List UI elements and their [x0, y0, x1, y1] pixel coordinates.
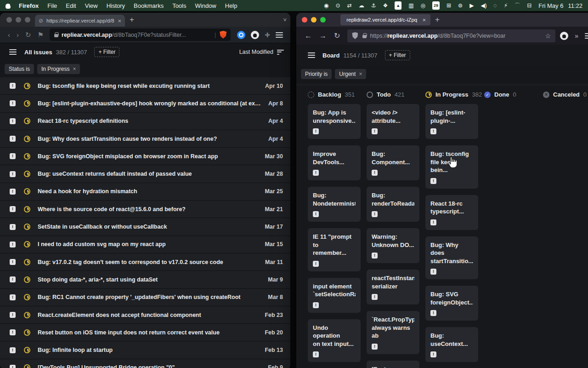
issue-row[interactable]: !Bug: Infinite loop at startupFeb 13 — [0, 341, 290, 359]
tab-search-chevron-icon[interactable]: ˅ — [283, 17, 287, 23]
onepassword-extension-icon[interactable] — [237, 31, 245, 39]
menu-help[interactable]: Help — [225, 2, 237, 9]
issue-row[interactable]: !React 18-rc typescript definitionsApr 4 — [0, 113, 290, 130]
issue-card[interactable]: `React.PropType always warns ab! — [367, 311, 419, 354]
issue-card[interactable]: input element `setSelectionRa! — [308, 278, 361, 313]
issue-card[interactable]: Bug: useContext...! — [425, 327, 478, 362]
new-tab-button[interactable]: + — [130, 15, 134, 24]
issue-card[interactable]: [Feature request] expo...! — [367, 361, 419, 368]
filter-chip[interactable]: In Progress× — [37, 64, 80, 74]
close-window-button[interactable] — [302, 17, 307, 23]
urgent-priority-icon[interactable]: ! — [10, 294, 16, 300]
issue-row[interactable]: !Stop doing data-*, aria-*, start using … — [0, 271, 290, 288]
browser-tab[interactable]: ⊘ https://repliear.vercel.app/d/8b × — [35, 15, 125, 27]
issue-card[interactable]: Bug: [eslint- plugin-...! — [425, 104, 478, 139]
sidebar-menu-icon[interactable] — [308, 51, 315, 59]
issue-row[interactable]: !Where is the source code of react@15.6.… — [0, 201, 290, 218]
issue-card[interactable]: Warning: Unknown DO...! — [367, 228, 419, 263]
menu-tools[interactable]: Tools — [172, 2, 186, 9]
issue-card[interactable]: Undo operation on text input...! — [308, 319, 361, 362]
address-bar[interactable]: repliear.vercel.app /d/8bTaoq7F0e?status… — [50, 29, 231, 41]
urgent-priority-icon[interactable]: ! — [10, 83, 16, 89]
urgent-priority-icon[interactable]: ! — [10, 242, 16, 247]
tracking-protection-shield-icon[interactable] — [352, 32, 358, 39]
bookmark-icon[interactable]: ⚑ — [38, 31, 44, 39]
menu-file[interactable]: File — [47, 2, 57, 9]
issue-card[interactable]: Bug: SVG foreignObject...! — [425, 286, 478, 321]
filter-chip[interactable]: Priority is — [301, 69, 332, 79]
onepassword-icon[interactable]: ◎ — [421, 2, 425, 9]
menu-window[interactable]: Window — [195, 2, 216, 9]
urgent-priority-icon[interactable]: ! — [10, 276, 16, 282]
issue-card[interactable]: React 18-rc typescript...! — [425, 195, 478, 230]
urgent-priority-icon[interactable]: ! — [10, 329, 16, 335]
menu-bookmarks[interactable]: Bookmarks — [134, 2, 164, 9]
issue-card[interactable]: reactTestInstanc serializer! — [367, 270, 419, 305]
issue-row[interactable]: !Bug: v17.0.2 tag doesn't seem to corres… — [0, 253, 290, 271]
brave-shield-icon[interactable] — [220, 31, 226, 39]
zoom-window-button[interactable] — [25, 17, 30, 23]
minimize-window-button[interactable] — [311, 17, 317, 23]
issue-card[interactable]: Bug: renderToReadab! — [367, 187, 419, 222]
columns-icon[interactable]: ▥ — [408, 2, 413, 9]
issue-row[interactable]: !Bug: Why does startTransition cause two… — [0, 130, 290, 148]
issue-row[interactable]: ![DevTools Bug] Unsupported Bridge opera… — [0, 359, 290, 368]
urgent-priority-icon[interactable]: ! — [10, 206, 16, 212]
issue-card[interactable]: Bug: Component...! — [367, 145, 419, 180]
issue-row[interactable]: !I need to add custom svg map on my reac… — [0, 236, 290, 253]
issue-row[interactable]: !React.createElement does not accept fun… — [0, 306, 290, 324]
filter-chip[interactable]: Status is — [5, 64, 34, 74]
remove-filter-icon[interactable]: × — [359, 71, 362, 77]
issue-row[interactable]: !Bug: [eslint-plugin-exhaustive-deps] ho… — [0, 95, 290, 112]
browser-menu-icon[interactable] — [276, 31, 283, 39]
sync-icon[interactable]: ⇄ — [347, 2, 352, 9]
issue-row[interactable]: !SetState in useCallback or without useC… — [0, 218, 290, 236]
urgent-priority-icon[interactable]: ! — [10, 312, 16, 318]
issue-card[interactable]: <video /> attribute...! — [367, 104, 419, 139]
user-switch-icon[interactable]: ⊟ — [527, 2, 531, 9]
assistant-icon[interactable]: ◌ — [494, 2, 497, 9]
issue-row[interactable]: !Reset button on iOS time input does not… — [0, 324, 290, 341]
issue-row[interactable]: !Bug: useContext returns default instead… — [0, 165, 290, 183]
menu-view[interactable]: View — [85, 2, 98, 9]
issue-card[interactable]: Bug: Why does startTransitio...! — [425, 236, 478, 280]
urgent-priority-icon[interactable]: ! — [10, 171, 16, 177]
issue-card[interactable]: Improve DevTools...! — [308, 145, 361, 180]
add-filter-button[interactable]: + Filter — [385, 50, 410, 60]
issue-row[interactable]: !Bug: tsconfig file keep being reset whi… — [0, 77, 290, 95]
screen-record-icon[interactable]: ◉ — [324, 2, 328, 9]
close-window-button[interactable] — [6, 17, 12, 23]
sort-control[interactable]: Last Modified — [239, 48, 284, 56]
new-tab-button[interactable]: + — [435, 15, 440, 24]
urgent-priority-icon[interactable]: ! — [10, 347, 16, 353]
reload-icon[interactable]: ↻ — [334, 31, 340, 40]
urgent-priority-icon[interactable]: ! — [10, 118, 16, 124]
apple-menu-icon[interactable] — [6, 2, 11, 9]
battery-icon[interactable]: ⚡ — [504, 2, 508, 9]
overflow-menu-icon[interactable]: » — [575, 32, 578, 40]
urgent-priority-icon[interactable]: ! — [10, 100, 16, 106]
menu-history[interactable]: History — [107, 2, 125, 9]
forward-icon[interactable]: → — [319, 32, 327, 40]
github-extension-icon[interactable] — [251, 31, 259, 39]
cloud-icon[interactable]: ☁ — [359, 2, 364, 9]
zoom-window-button[interactable] — [320, 17, 326, 23]
forward-icon[interactable]: › — [17, 31, 19, 39]
play-icon[interactable]: ▶ — [469, 2, 474, 9]
close-tab-icon[interactable]: × — [422, 17, 426, 23]
issue-card[interactable]: Bug: App is unresponsive...! — [308, 104, 361, 139]
menu-bar-clock[interactable]: Fri May 6 11:22 — [538, 2, 582, 9]
sidebar-menu-icon[interactable] — [9, 48, 17, 56]
filter-chip[interactable]: Urgent× — [335, 69, 366, 79]
urgent-priority-icon[interactable]: ! — [10, 224, 16, 230]
extensions-puzzle-icon[interactable]: ✚ — [265, 31, 270, 39]
camera-icon[interactable]: ⊙ — [336, 2, 340, 9]
reload-icon[interactable]: ↻ — [25, 31, 31, 39]
issue-card[interactable]: Bug: tsconfig file keep bein...! — [425, 145, 478, 189]
volume-icon[interactable]: ◀) — [481, 2, 486, 9]
minimize-window-button[interactable] — [16, 17, 21, 23]
issue-row[interactable]: !Need a hook for hydration mismatchMar 2… — [0, 183, 290, 201]
urgent-priority-icon[interactable]: ! — [10, 365, 16, 368]
issue-card[interactable]: IE 11 "prompt to remember...! — [308, 228, 361, 271]
calendar-icon[interactable]: 29 — [432, 1, 440, 10]
